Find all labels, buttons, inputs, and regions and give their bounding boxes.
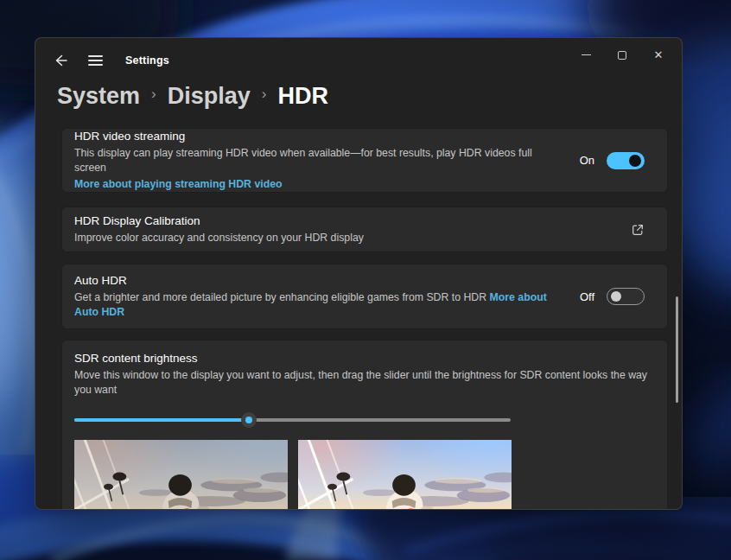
hdr-example-image xyxy=(298,440,512,510)
back-arrow-icon xyxy=(53,53,68,68)
sdr-brightness-description: Move this window to the display you want… xyxy=(74,368,648,398)
breadcrumb-display[interactable]: Display xyxy=(168,83,251,110)
back-button[interactable] xyxy=(48,49,73,72)
slider-fill xyxy=(74,418,249,422)
scrollbar-thumb[interactable] xyxy=(676,296,678,403)
hdr-streaming-more-link[interactable]: More about playing streaming HDR video xyxy=(74,178,283,190)
hdr-video-streaming-state-label: On xyxy=(580,154,594,167)
nav-menu-button[interactable] xyxy=(82,49,108,72)
sdr-example-image xyxy=(74,440,288,510)
hdr-display-calibration-title: HDR Display Calibration xyxy=(74,213,612,229)
hdr-display-calibration-card[interactable]: HDR Display Calibration Improve color ac… xyxy=(61,207,668,252)
breadcrumb-hdr-current: HDR xyxy=(277,83,328,110)
close-button[interactable]: ✕ xyxy=(640,41,677,68)
titlebar-nav: Settings xyxy=(48,49,169,72)
sdr-content-brightness-card: SDR content brightness Move this window … xyxy=(61,340,668,510)
auto-hdr-description-text: Get a brighter and more detailed picture… xyxy=(74,291,486,303)
window-caption-buttons: ✕ xyxy=(568,41,677,68)
minimize-icon xyxy=(582,54,591,55)
toggle-knob xyxy=(611,291,621,302)
settings-content: HDR video streaming This display can pla… xyxy=(61,128,668,510)
breadcrumb: System › Display › HDR xyxy=(57,79,328,113)
auto-hdr-description: Get a brighter and more detailed picture… xyxy=(74,290,561,320)
open-calibration-app-button[interactable] xyxy=(631,223,645,237)
hdr-video-streaming-card: HDR video streaming This display can pla… xyxy=(61,128,668,193)
app-title: Settings xyxy=(125,54,169,67)
external-link-icon xyxy=(631,223,645,237)
auto-hdr-card: Auto HDR Get a brighter and more detaile… xyxy=(61,264,668,329)
breadcrumb-separator-icon: › xyxy=(251,86,278,103)
hdr-display-calibration-description: Improve color accuracy and consistency o… xyxy=(74,231,612,245)
minimize-button[interactable] xyxy=(568,41,604,68)
slider-thumb[interactable] xyxy=(241,412,257,428)
auto-hdr-toggle[interactable] xyxy=(607,288,645,305)
brightness-preview-images xyxy=(74,440,655,510)
sdr-brightness-slider[interactable] xyxy=(74,412,511,428)
hdr-video-streaming-description: This display can play streaming HDR vide… xyxy=(74,146,561,175)
auto-hdr-title: Auto HDR xyxy=(74,273,561,289)
maximize-icon xyxy=(618,51,626,60)
toggle-knob xyxy=(629,155,641,167)
close-icon: ✕ xyxy=(654,49,664,60)
auto-hdr-state-label: Off xyxy=(580,290,594,303)
hamburger-icon xyxy=(88,55,103,66)
sdr-brightness-title: SDR content brightness xyxy=(74,351,655,366)
hdr-video-streaming-title: HDR video streaming xyxy=(74,129,561,144)
settings-window: ✕ Settings System › Display › HDR HDR vi… xyxy=(35,37,683,510)
breadcrumb-system[interactable]: System xyxy=(57,83,140,110)
hdr-video-streaming-toggle[interactable] xyxy=(607,152,645,169)
maximize-button[interactable] xyxy=(604,41,640,68)
breadcrumb-separator-icon: › xyxy=(140,86,168,103)
